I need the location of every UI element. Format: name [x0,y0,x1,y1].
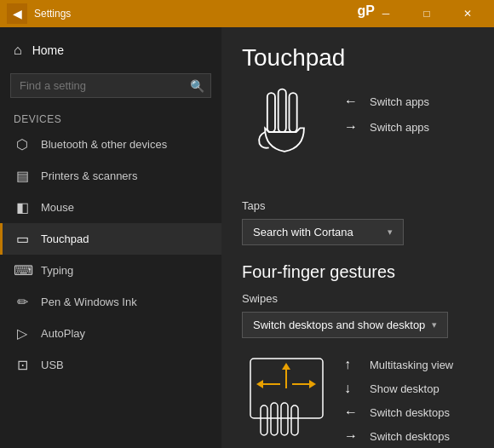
sidebar-item-autoplay-label: AutoPlay [41,327,85,340]
four-finger-svg [242,350,336,448]
sidebar-item-bluetooth-label: Bluetooth & other devices [41,138,167,151]
titlebar: ◀ Settings gP ─ □ ✕ [0,0,494,27]
four-gesture-switch-right: → Switch desktops [344,428,474,444]
titlebar-left: ◀ Settings [7,3,71,24]
sidebar: ⌂ Home 🔍 Devices ⬡ Bluetooth & other dev… [0,27,221,448]
section-label: Devices [0,105,221,129]
bluetooth-icon: ⬡ [14,136,31,152]
arrow-right-four-icon: → [344,428,361,444]
swipes-chevron-icon: ▾ [432,319,437,330]
multitasking-label: Multitasking view [370,359,453,371]
gp-badge: gP [358,3,375,19]
pen-icon: ✏ [14,294,31,310]
sidebar-item-autoplay[interactable]: ▷ AutoPlay [0,318,221,349]
arrow-right-icon: → [344,119,361,135]
app-container: ⌂ Home 🔍 Devices ⬡ Bluetooth & other dev… [0,27,494,448]
sidebar-item-mouse-label: Mouse [41,201,74,214]
three-finger-svg [242,85,327,179]
taps-chevron-icon: ▾ [388,227,393,238]
usb-icon: ⊡ [14,357,31,373]
switch-apps-left-label: Switch apps [370,95,429,108]
search-icon: 🔍 [190,79,204,93]
four-finger-illustration [242,350,344,448]
svg-rect-2 [290,93,297,132]
printer-icon: ▤ [14,168,31,184]
svg-marker-11 [256,380,263,388]
gesture-item-switch-left: ← Switch apps [344,94,474,109]
typing-icon: ⌨ [14,262,31,279]
swipes-dropdown-value: Switch desktops and show desktop [253,319,425,331]
taps-section: Taps Search with Cortana ▾ [242,199,474,245]
content-area: Touchpad ← Switch apps [221,27,494,448]
sidebar-item-bluetooth[interactable]: ⬡ Bluetooth & other devices [0,129,221,160]
svg-rect-6 [281,403,288,435]
sidebar-item-touchpad-label: Touchpad [41,233,89,245]
four-gesture-multitasking: ↑ Multitasking view [344,357,474,372]
sidebar-item-home[interactable]: ⌂ Home [0,34,221,66]
maximize-button[interactable]: □ [407,0,446,27]
four-gesture-switch-left: ← Switch desktops [344,405,474,420]
three-finger-gesture-list: ← Switch apps → Switch apps [344,85,474,145]
autoplay-icon: ▷ [14,325,31,342]
sidebar-item-printers[interactable]: ▤ Printers & scanners [0,160,221,192]
sidebar-item-usb-label: USB [41,359,64,371]
svg-rect-4 [261,405,267,435]
search-input[interactable] [10,73,211,98]
four-finger-section: ↑ Multitasking view ↓ Show desktop ← Swi… [242,350,474,448]
svg-rect-7 [291,405,298,435]
gesture-item-switch-right: → Switch apps [344,119,474,135]
titlebar-title: Settings [34,8,71,20]
three-finger-section: ← Switch apps → Switch apps [242,85,474,182]
taps-dropdown[interactable]: Search with Cortana ▾ [242,219,404,245]
arrow-left-four-icon: ← [344,405,361,420]
sidebar-item-printers-label: Printers & scanners [41,169,137,182]
switch-apps-right-label: Switch apps [370,121,429,134]
page-title: Touchpad [242,44,474,72]
back-button[interactable]: ◀ [7,3,27,24]
sidebar-item-usb[interactable]: ⊡ USB [0,349,221,381]
arrow-down-icon: ↓ [344,381,361,396]
sidebar-item-pen-label: Pen & Windows Ink [41,296,137,308]
four-gesture-list: ↑ Multitasking view ↓ Show desktop ← Swi… [344,350,474,448]
swipes-label: Swipes [242,292,474,305]
home-label: Home [32,43,64,57]
home-icon: ⌂ [14,43,22,58]
titlebar-controls: ─ □ ✕ [366,0,487,27]
mouse-icon: ◧ [14,199,31,215]
sidebar-item-typing-label: Typing [41,264,73,277]
swipes-dropdown[interactable]: Switch desktops and show desktop ▾ [242,312,448,338]
taps-label: Taps [242,199,474,212]
sidebar-item-pen[interactable]: ✏ Pen & Windows Ink [0,286,221,318]
switch-desktops-left-label: Switch desktops [370,406,450,419]
arrow-up-icon: ↑ [344,357,361,372]
sidebar-item-touchpad[interactable]: ▭ Touchpad [0,223,221,255]
taps-dropdown-value: Search with Cortana [253,226,353,238]
four-finger-title-text: Four-finger gestures [242,262,474,282]
touchpad-icon: ▭ [14,231,31,247]
svg-rect-5 [271,403,278,435]
svg-marker-13 [309,380,316,388]
arrow-left-icon: ← [344,94,361,109]
sidebar-item-typing[interactable]: ⌨ Typing [0,255,221,286]
three-finger-illustration [242,85,344,182]
four-gesture-show-desktop: ↓ Show desktop [344,381,474,396]
svg-rect-1 [279,89,286,132]
search-box: 🔍 [10,73,211,98]
svg-marker-9 [282,363,290,370]
svg-rect-0 [267,93,275,132]
close-button[interactable]: ✕ [448,0,487,27]
switch-desktops-right-label: Switch desktops [370,430,450,443]
sidebar-item-mouse[interactable]: ◧ Mouse [0,192,221,223]
show-desktop-label: Show desktop [370,382,439,395]
